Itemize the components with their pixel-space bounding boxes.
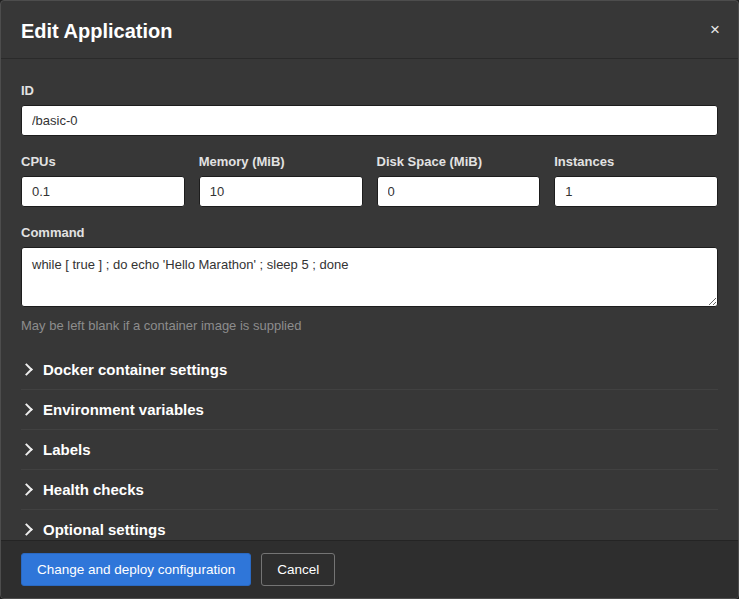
section-optional-settings[interactable]: Optional settings — [21, 509, 718, 540]
command-field-group: Command while [ true ] ; do echo 'Hello … — [21, 225, 718, 334]
modal-body: ID CPUs Memory (MiB) Disk Space (MiB) In… — [1, 59, 738, 540]
collapsible-sections: Docker container settings Environment va… — [21, 350, 718, 540]
modal-footer: Change and deploy configuration Cancel — [1, 540, 738, 598]
section-docker-container-settings[interactable]: Docker container settings — [21, 350, 718, 389]
chevron-right-icon — [20, 363, 33, 376]
chevron-right-icon — [20, 483, 33, 496]
close-icon[interactable]: × — [710, 21, 720, 38]
command-help-text: May be left blank if a container image i… — [21, 318, 718, 334]
modal-header: Edit Application × — [1, 1, 738, 59]
id-label: ID — [21, 83, 718, 99]
memory-label: Memory (MiB) — [199, 154, 363, 170]
edit-application-modal: Edit Application × ID CPUs Memory (MiB) … — [0, 0, 739, 599]
instances-input[interactable] — [554, 176, 718, 207]
cancel-button[interactable]: Cancel — [261, 553, 335, 586]
memory-input[interactable] — [199, 176, 363, 207]
command-input[interactable]: while [ true ] ; do echo 'Hello Marathon… — [21, 247, 718, 307]
section-label: Health checks — [43, 481, 144, 499]
disk-space-field-group: Disk Space (MiB) — [377, 154, 541, 207]
section-health-checks[interactable]: Health checks — [21, 469, 718, 509]
cpus-field-group: CPUs — [21, 154, 185, 207]
cpus-label: CPUs — [21, 154, 185, 170]
id-input[interactable] — [21, 105, 718, 136]
chevron-right-icon — [20, 403, 33, 416]
section-label: Labels — [43, 441, 91, 459]
cpus-input[interactable] — [21, 176, 185, 207]
chevron-right-icon — [20, 443, 33, 456]
instances-field-group: Instances — [554, 154, 718, 207]
section-labels[interactable]: Labels — [21, 429, 718, 469]
submit-button[interactable]: Change and deploy configuration — [21, 553, 251, 586]
instances-label: Instances — [554, 154, 718, 170]
command-label: Command — [21, 225, 718, 241]
id-field-group: ID — [21, 83, 718, 136]
disk-space-label: Disk Space (MiB) — [377, 154, 541, 170]
section-environment-variables[interactable]: Environment variables — [21, 389, 718, 429]
disk-space-input[interactable] — [377, 176, 541, 207]
chevron-right-icon — [20, 523, 33, 536]
memory-field-group: Memory (MiB) — [199, 154, 363, 207]
page-title: Edit Application — [21, 18, 710, 44]
resources-row: CPUs Memory (MiB) Disk Space (MiB) Insta… — [21, 154, 718, 207]
section-label: Optional settings — [43, 521, 166, 539]
section-label: Docker container settings — [43, 361, 227, 379]
section-label: Environment variables — [43, 401, 204, 419]
